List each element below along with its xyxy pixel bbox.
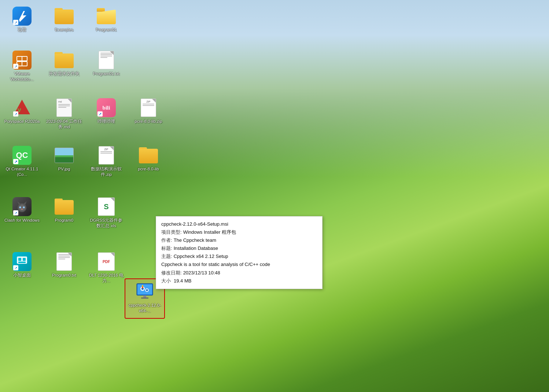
examples-label: Examples: [55, 27, 74, 33]
devreq-label: 开发需求文件夹: [49, 71, 80, 77]
tooltip-description: Cppcheck is a tool for static analysis o…: [161, 260, 270, 269]
devreq-icon-image: [55, 51, 74, 70]
cppcheck-label: cppcheck-2.12.0-x64-...: [127, 303, 163, 314]
icon-devreq[interactable]: 开发需求文件夹: [44, 48, 84, 88]
icon-bilibili[interactable]: bili 哔哩哔哩: [86, 95, 126, 136]
icon-workmd[interactable]: md 2023-09-04 工作任务.md: [44, 95, 84, 136]
icon-program01txt[interactable]: Program01.txt: [86, 48, 126, 88]
qt-shortcut-arrow: [13, 159, 18, 164]
tooltip-title-row: 标题: Installation Database: [161, 244, 317, 252]
clash-label: Clash for Windows: [4, 218, 40, 223]
icon-pcrelib[interactable]: pcre-8.0-lib: [128, 143, 169, 183]
vmware-shortcut-arrow: [13, 64, 18, 69]
icon-polyspace[interactable]: V Polyspace R2020a: [2, 95, 42, 136]
icon-program01[interactable]: Program01: [86, 4, 126, 44]
icon-dlut[interactable]: PDF DLT 1230-2016 电力...: [86, 249, 126, 289]
pvjpg-icon-image: [55, 146, 74, 165]
icon-datastructzip[interactable]: ZIP 数据结构演示软件.zip: [86, 143, 126, 183]
svg-rect-27: [141, 297, 148, 299]
icon-clash[interactable]: Clash for Windows: [2, 194, 42, 234]
tooltip-title-label: 标题:: [161, 244, 172, 252]
datastructzip-icon-image: ZIP: [97, 146, 116, 165]
polyspace-icon-image: V: [12, 98, 32, 117]
pcrelib-label: pcre-8.0-lib: [138, 166, 159, 172]
icon-pvjpg[interactable]: PV.jpg: [44, 143, 84, 183]
program0txt-label: Program0.txt: [52, 273, 76, 278]
clash-shortcut-arrow: [13, 210, 18, 215]
dlut-label: DLT 1230-2016 电力...: [88, 273, 125, 284]
tooltip-description-row: Cppcheck is a tool for static analysis o…: [161, 260, 317, 269]
tooltip-type-row: 项目类型: Windows Installer 程序包: [161, 228, 317, 236]
tooltip-filename-row: cppcheck-2.12.0-x64-Setup.msi: [161, 220, 317, 228]
xunlei-icon-image: [12, 7, 32, 26]
svg-rect-3: [22, 62, 27, 66]
svg-rect-18: [23, 258, 26, 261]
icon-xunlei[interactable]: 迅雷: [2, 4, 42, 44]
icon-dgrss[interactable]: S DGRSS元器件参数汇总.xls: [86, 194, 126, 234]
svg-marker-11: [17, 201, 21, 205]
shortcut-arrow: [13, 20, 18, 25]
xiaozhi-label: 小智桌面: [13, 273, 31, 278]
polyspace-label: Polyspace R2020a: [4, 119, 40, 124]
examples-icon-image: [55, 7, 74, 26]
workmd-icon-image: md: [55, 98, 74, 117]
svg-point-14: [23, 207, 25, 208]
icon-examples[interactable]: Examples: [44, 4, 84, 44]
pvjpg-label: PV.jpg: [58, 166, 70, 172]
polyspace-shortcut-arrow: [13, 111, 18, 117]
svg-point-28: [142, 285, 143, 286]
program01-label: Program01: [96, 27, 117, 33]
tooltip-subject-value: Cppcheck x64 2.12 Setup: [174, 252, 228, 260]
bilibili-icon-image: bili: [97, 98, 116, 117]
qtcreator-label: Qt Creator 4.11.1 (Co...: [4, 166, 40, 177]
xiaozhi-shortcut-arrow: [13, 265, 18, 270]
tooltip-type-value: Windows Installer 程序包: [183, 228, 236, 236]
icon-program0[interactable]: Program0: [44, 194, 84, 234]
tooltip-modified-row: 修改日期: 2023/12/13 10:48: [161, 269, 317, 277]
workmd-label: 2023-09-04 工作任务.md: [46, 119, 82, 130]
icon-pcrezip[interactable]: ZIP pcre-8.0-lib.zip: [128, 95, 169, 136]
svg-marker-12: [23, 201, 27, 205]
dlut-icon-image: PDF: [97, 252, 116, 271]
bilibili-label: 哔哩哔哩: [97, 119, 115, 124]
tooltip-filename: cppcheck-2.12.0-x64-Setup.msi: [161, 220, 228, 228]
svg-point-13: [19, 207, 21, 208]
dgrss-label: DGRSS元器件参数汇总.xls: [88, 218, 125, 229]
svg-rect-29: [142, 286, 143, 288]
program01-icon-image: [97, 7, 116, 26]
pcrelib-icon-image: [139, 146, 158, 165]
svg-point-25: [146, 289, 148, 291]
program0txt-icon-image: [55, 252, 74, 271]
desktop: 迅雷 Examples Program01: [0, 0, 549, 392]
bilibili-shortcut-arrow: [97, 111, 103, 117]
program0-icon-image: [55, 197, 74, 216]
program01txt-label: Program01.txt: [93, 71, 119, 77]
pcrezip-label: pcre-8.0-lib.zip: [135, 119, 162, 124]
svg-rect-19: [18, 262, 26, 263]
xunlei-label: 迅雷: [18, 27, 26, 33]
tooltip-author-value: The Cppcheck team: [174, 236, 216, 244]
icon-vmware[interactable]: VMware Workstatio...: [2, 48, 42, 88]
cppcheck-tooltip: cppcheck-2.12.0-x64-Setup.msi 项目类型: Wind…: [156, 216, 323, 289]
svg-rect-8: [55, 157, 74, 163]
vmware-icon-image: [12, 51, 32, 70]
tooltip-author-row: 作者: The Cppcheck team: [161, 236, 317, 244]
xiaozhi-icon-image: [12, 252, 32, 271]
svg-rect-21: [137, 284, 152, 295]
clash-icon-image: [12, 197, 32, 216]
icon-qtcreator[interactable]: QC Qt Creator 4.11.1 (Co...: [2, 143, 42, 183]
program01txt-icon-image: [97, 51, 116, 70]
program0-label: Program0: [55, 218, 74, 223]
svg-rect-26: [143, 295, 146, 297]
vmware-label: VMware Workstatio...: [4, 71, 40, 82]
cppcheck-icon-image: [135, 282, 154, 301]
svg-rect-1: [22, 56, 27, 61]
icon-program0txt[interactable]: Program0.txt: [44, 249, 84, 289]
svg-rect-0: [17, 56, 22, 61]
tooltip-size-label: 大小: [161, 277, 171, 285]
tooltip-title-value: Installation Database: [174, 244, 218, 252]
tooltip-author-label: 作者:: [161, 236, 172, 244]
qtcreator-icon-image: QC: [12, 146, 32, 165]
tooltip-size-value: 19.4 MB: [174, 277, 191, 285]
icon-xiaozhi[interactable]: 小智桌面: [2, 249, 42, 289]
